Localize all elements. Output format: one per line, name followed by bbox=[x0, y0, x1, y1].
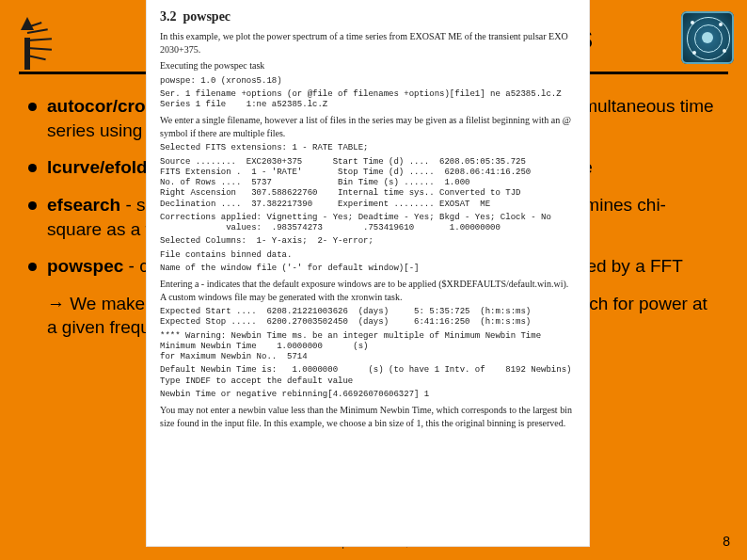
doc-selcols: Selected Columns: 1- Y-axis; 2- Y-error; bbox=[160, 236, 576, 247]
doc-window-prompt: Name of the window file ('-' for default… bbox=[160, 264, 576, 274]
doc-overlay: 3.2 powspec In this example, we plot the… bbox=[147, 0, 589, 546]
doc-corrections: Corrections applied: Vignetting - Yes; D… bbox=[160, 213, 576, 234]
doc-intro: In this example, we plot the power spect… bbox=[160, 30, 576, 56]
slide-root: Xronos: time-domain programs autocor/cro… bbox=[0, 0, 747, 560]
doc-heading-num: 3.2 bbox=[160, 9, 177, 24]
doc-rebin-prompt: Newbin Time or negative rebinning[4.6692… bbox=[160, 390, 576, 400]
doc-heading: 3.2 powspec bbox=[160, 9, 576, 24]
left-logo bbox=[17, 13, 62, 70]
doc-window-note: Entering a - indicates that the default … bbox=[160, 278, 576, 303]
doc-exec-line: Executing the powspec task bbox=[160, 59, 576, 72]
doc-default-block: Default Newbin Time is: 1.0000000 (s) (t… bbox=[160, 365, 576, 387]
tool-name: efsearch bbox=[47, 195, 120, 215]
doc-prompt: powspe: 1.0 (xronos5.18) bbox=[160, 76, 576, 87]
tool-name: lcurve/efold bbox=[47, 157, 148, 177]
doc-warn-block: **** Warning: Newbin Time ms. be an inte… bbox=[160, 331, 576, 363]
doc-selected-ext: Selected FITS extensions: 1 - RATE TABLE… bbox=[160, 143, 576, 153]
doc-ser-line: Ser. 1 filename +options (or @file of fi… bbox=[160, 89, 576, 111]
doc-expected-block: Expected Start .... 6208.21221003626 (da… bbox=[160, 307, 576, 328]
doc-enter-note: We enter a single filename, however a li… bbox=[160, 114, 576, 139]
doc-binned: File contains binned data. bbox=[160, 250, 576, 261]
tool-name: powspec bbox=[47, 256, 123, 276]
footer-page-number: 8 bbox=[723, 534, 730, 549]
right-badge bbox=[681, 11, 734, 64]
doc-final-note: You may not enter a newbin value less th… bbox=[160, 404, 576, 429]
doc-heading-text: powspec bbox=[183, 9, 231, 24]
doc-header-block: Source ........ EXC2030+375 Start Time (… bbox=[160, 157, 576, 210]
